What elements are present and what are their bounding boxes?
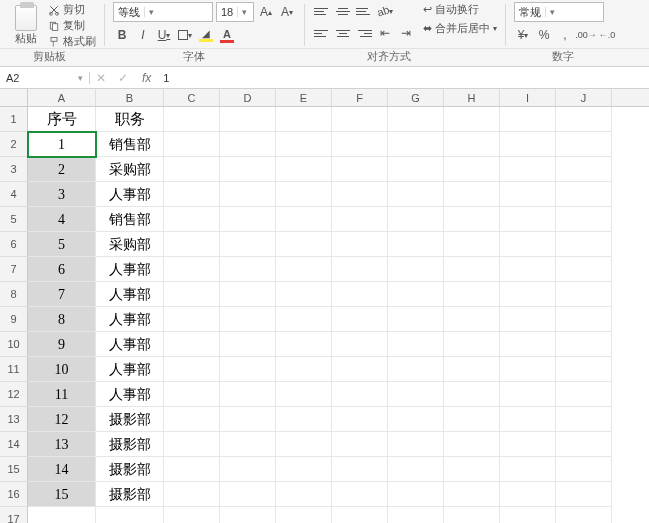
cell[interactable] — [556, 457, 612, 482]
align-left-button[interactable] — [313, 24, 331, 42]
cell[interactable] — [220, 357, 276, 382]
cell[interactable] — [500, 507, 556, 523]
cell[interactable]: 摄影部 — [96, 407, 164, 432]
row-header[interactable]: 10 — [0, 332, 28, 357]
row-header[interactable]: 11 — [0, 357, 28, 382]
column-header-I[interactable]: I — [500, 89, 556, 106]
border-button[interactable]: ▾ — [176, 26, 194, 44]
row-header[interactable]: 4 — [0, 182, 28, 207]
cell[interactable]: 销售部 — [96, 207, 164, 232]
copy-button[interactable]: 复制 — [48, 18, 96, 33]
cell[interactable] — [388, 132, 444, 157]
row-header[interactable]: 14 — [0, 432, 28, 457]
cell[interactable]: 销售部 — [96, 132, 164, 157]
row-header[interactable]: 8 — [0, 282, 28, 307]
cell[interactable]: 8 — [28, 307, 96, 332]
cell[interactable] — [556, 132, 612, 157]
currency-button[interactable]: ¥▾ — [514, 26, 532, 44]
cell[interactable] — [388, 507, 444, 523]
cell[interactable] — [556, 232, 612, 257]
cell[interactable] — [444, 107, 500, 132]
cell[interactable] — [164, 332, 220, 357]
merge-center-button[interactable]: ⬌ 合并后居中 ▾ — [423, 21, 497, 36]
cell[interactable] — [500, 332, 556, 357]
cell[interactable] — [220, 457, 276, 482]
cell[interactable] — [276, 182, 332, 207]
cancel-formula-button[interactable]: ✕ — [90, 69, 112, 87]
cell[interactable] — [444, 257, 500, 282]
column-header-G[interactable]: G — [388, 89, 444, 106]
cell[interactable] — [444, 407, 500, 432]
cell[interactable] — [332, 332, 388, 357]
formula-input[interactable]: 1 — [159, 72, 649, 84]
row-header[interactable]: 17 — [0, 507, 28, 523]
cell[interactable] — [332, 282, 388, 307]
fill-color-button[interactable]: ◢ — [197, 26, 215, 44]
cell[interactable] — [164, 382, 220, 407]
cell[interactable] — [164, 507, 220, 523]
column-header-A[interactable]: A — [28, 89, 96, 106]
cell[interactable] — [444, 332, 500, 357]
paste-button[interactable]: 粘贴 — [8, 5, 44, 46]
cell[interactable] — [332, 307, 388, 332]
cell[interactable] — [220, 482, 276, 507]
comma-button[interactable]: , — [556, 26, 574, 44]
cell[interactable]: 5 — [28, 232, 96, 257]
cell[interactable] — [220, 232, 276, 257]
cell[interactable] — [500, 357, 556, 382]
cell[interactable]: 9 — [28, 332, 96, 357]
worksheet-grid[interactable]: ABCDEFGHIJ 1序号职务21销售部32采购部43人事部54销售部65采购… — [0, 89, 649, 523]
column-header-B[interactable]: B — [96, 89, 164, 106]
cell[interactable] — [276, 132, 332, 157]
cell[interactable] — [164, 257, 220, 282]
cell[interactable] — [388, 107, 444, 132]
row-header[interactable]: 15 — [0, 457, 28, 482]
percent-button[interactable]: % — [535, 26, 553, 44]
cell[interactable]: 10 — [28, 357, 96, 382]
row-header[interactable]: 5 — [0, 207, 28, 232]
cell[interactable] — [388, 432, 444, 457]
cell[interactable] — [220, 182, 276, 207]
cell[interactable] — [388, 482, 444, 507]
increase-font-button[interactable]: A▴ — [257, 3, 275, 21]
cell[interactable] — [164, 357, 220, 382]
row-header[interactable]: 2 — [0, 132, 28, 157]
cell[interactable] — [164, 457, 220, 482]
align-top-button[interactable] — [313, 2, 331, 20]
align-middle-button[interactable] — [334, 2, 352, 20]
font-color-button[interactable]: A — [218, 26, 236, 44]
row-header[interactable]: 9 — [0, 307, 28, 332]
cell[interactable] — [388, 207, 444, 232]
cell[interactable] — [276, 507, 332, 523]
cell[interactable]: 人事部 — [96, 182, 164, 207]
row-header[interactable]: 12 — [0, 382, 28, 407]
cell[interactable] — [500, 232, 556, 257]
cell[interactable]: 1 — [28, 132, 96, 157]
italic-button[interactable]: I — [134, 26, 152, 44]
cell[interactable] — [276, 282, 332, 307]
cell[interactable] — [220, 107, 276, 132]
cell[interactable]: 人事部 — [96, 307, 164, 332]
cell[interactable] — [444, 207, 500, 232]
format-painter-button[interactable]: 格式刷 — [48, 34, 96, 49]
font-name-combo[interactable]: 等线 ▾ — [113, 2, 213, 22]
cell[interactable] — [556, 307, 612, 332]
decrease-font-button[interactable]: A▾ — [278, 3, 296, 21]
wrap-text-button[interactable]: ↩ 自动换行 — [423, 2, 497, 17]
cell[interactable] — [332, 457, 388, 482]
cell[interactable] — [220, 257, 276, 282]
cell[interactable] — [220, 207, 276, 232]
cell[interactable] — [164, 407, 220, 432]
indent-increase-button[interactable]: ⇥ — [397, 24, 415, 42]
cell[interactable] — [276, 157, 332, 182]
cell[interactable] — [28, 507, 96, 523]
column-header-H[interactable]: H — [444, 89, 500, 106]
cell[interactable] — [388, 257, 444, 282]
cell[interactable] — [164, 107, 220, 132]
cell[interactable] — [164, 207, 220, 232]
cell[interactable] — [500, 482, 556, 507]
cell[interactable] — [388, 157, 444, 182]
cell[interactable] — [276, 257, 332, 282]
cell[interactable] — [220, 507, 276, 523]
cell[interactable] — [444, 457, 500, 482]
